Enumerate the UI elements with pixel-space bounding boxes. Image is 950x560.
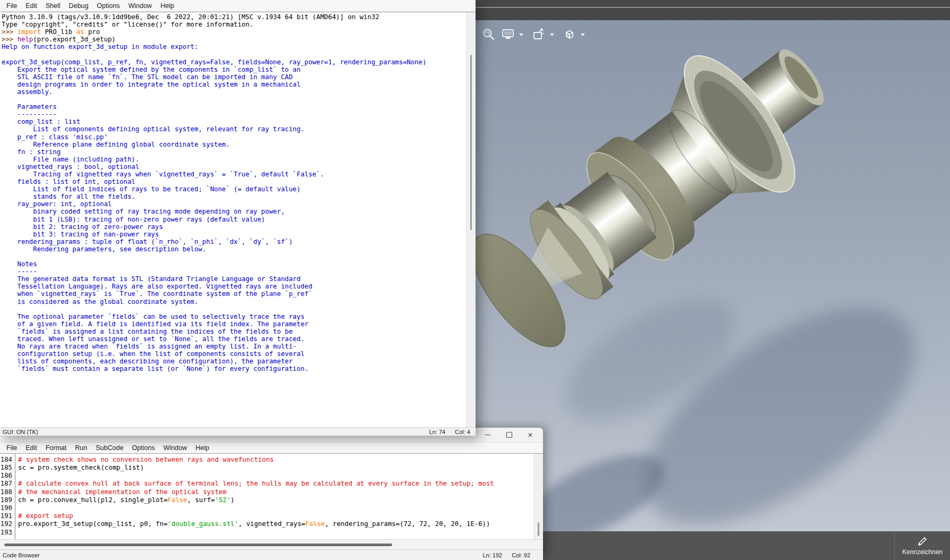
- shell-line: The generated data format is STL (Standa…: [2, 275, 466, 283]
- model-views-dropdown-icon[interactable]: [550, 33, 554, 36]
- line-number: 191: [0, 512, 15, 520]
- shell-line: bit 1 (LSB): tracing of non-zero power r…: [2, 216, 466, 223]
- editor-horizontal-scrollbar[interactable]: [0, 539, 543, 549]
- shell-status-gui: GUI: ON (TK): [0, 429, 38, 435]
- shell-line: File name (including path).: [2, 156, 466, 163]
- shell-menu-edit[interactable]: Edit: [21, 1, 41, 11]
- model-views-icon[interactable]: [531, 27, 547, 43]
- cad-header-row2: [474, 8, 950, 20]
- shell-menu-debug[interactable]: Debug: [65, 1, 93, 11]
- minimize-button[interactable]: [477, 428, 498, 442]
- cad-window: Kennzeichnen: [474, 0, 950, 560]
- 3d-viewport[interactable]: [474, 20, 950, 531]
- shell-line: Notes: [2, 260, 466, 268]
- shell-text-area[interactable]: Python 3.10.9 (tags/v3.10.9:1dd9be6, Dec…: [0, 12, 476, 427]
- render-mode-dropdown-icon[interactable]: [581, 33, 585, 36]
- shell-line: -----: [2, 268, 466, 275]
- scrollbar-thumb[interactable]: [4, 544, 392, 546]
- shell-line: [2, 96, 466, 103]
- editor-line-indicator: Ln: 192: [482, 552, 502, 558]
- default-view-icon[interactable]: [500, 27, 516, 43]
- window-controls: ✕: [477, 428, 541, 442]
- shell-line: Rendering parameters, see description be…: [2, 245, 466, 253]
- shell-line: [2, 50, 466, 58]
- shell-line: No rays are traced when `fields` is assi…: [2, 343, 466, 350]
- 3d-model-render: [474, 20, 950, 531]
- shell-line: Parameters: [2, 103, 466, 111]
- shell-line: List of components defining optical syst…: [2, 125, 466, 133]
- shell-menu-options[interactable]: Options: [92, 1, 124, 11]
- scrollbar-thumb[interactable]: [470, 55, 472, 230]
- render-mode-cube-icon[interactable]: [562, 27, 578, 43]
- shell-line: fields : list of int, optional: [2, 178, 466, 185]
- editor-menu-subcode[interactable]: SubCode: [91, 443, 128, 453]
- shell-line: Help on function export_3d_setup in modu…: [2, 43, 466, 50]
- shell-line: comp_list : list: [2, 118, 466, 125]
- shell-line: >>> import PRO_lib as pro: [2, 28, 466, 36]
- shell-line: export_3d_setup(comp_list, p_ref, fn, vi…: [2, 58, 466, 66]
- annotate-label: Kennzeichnen: [902, 548, 943, 556]
- shell-line: ----------: [2, 111, 466, 118]
- shell-line: binary coded setting of ray tracing mode…: [2, 208, 466, 215]
- code-line: 187# calculate convex hull at back surfa…: [0, 480, 534, 488]
- scrollbar-thumb[interactable]: [538, 522, 539, 536]
- code-line: 189ch = pro.convex_hull(pl2, single_plot…: [0, 496, 534, 504]
- shell-line: Python 3.10.9 (tags/v3.10.9:1dd9be6, Dec…: [2, 13, 466, 21]
- line-number: 190: [0, 504, 15, 512]
- editor-vertical-scrollbar[interactable]: [533, 454, 543, 540]
- shell-menu-help[interactable]: Help: [156, 1, 179, 11]
- shell-line: STL ASCII file of name `fn`. The STL mod…: [2, 73, 466, 81]
- shell-vertical-scrollbar[interactable]: [466, 12, 476, 427]
- shell-line: traced. When left unassigned or set to `…: [2, 335, 466, 343]
- shell-line: `fields` must contain a separate list (o…: [2, 365, 466, 372]
- cad-bottom-bar: Kennzeichnen: [474, 531, 950, 560]
- shell-line: Type "copyright", "credits" or "license(…: [2, 21, 466, 28]
- zoom-tool-icon[interactable]: [481, 27, 497, 43]
- code-line: 190: [0, 504, 534, 512]
- shell-line: rendering_params : tuple of float (`n_rh…: [2, 238, 466, 245]
- code-line: 193: [0, 529, 534, 537]
- editor-menu-run[interactable]: Run: [71, 443, 91, 453]
- maximize-button[interactable]: [498, 428, 520, 442]
- shell-line: vignetted_rays : bool, optional: [2, 163, 466, 171]
- annotate-button[interactable]: Kennzeichnen: [894, 531, 950, 560]
- editor-menu-file[interactable]: File: [2, 443, 21, 453]
- shell-menu-window[interactable]: Window: [124, 1, 156, 11]
- shell-line: p_ref : class 'misc.pp': [2, 133, 466, 141]
- shell-line: Tracing of vignetted rays when `vignette…: [2, 171, 466, 178]
- desktop: Kennzeichnen ✕ FileEditFormatRunSubCodeO…: [0, 0, 950, 560]
- line-number: 185: [0, 464, 15, 472]
- shell-line: The optional parameter `fields` can be u…: [2, 313, 466, 320]
- shell-line: List of field indices of rays to be trac…: [2, 185, 466, 193]
- code-content: 183# ----184# system check shows no conv…: [0, 453, 534, 537]
- shell-line: Tessellation Language). Rays are also ex…: [2, 283, 466, 290]
- editor-menu-format[interactable]: Format: [41, 443, 71, 453]
- editor-menu-help[interactable]: Help: [191, 443, 214, 453]
- line-number: 187: [0, 480, 15, 488]
- code-line: 188# the mechanical implementation of th…: [0, 488, 534, 496]
- editor-menu-window[interactable]: Window: [159, 443, 191, 453]
- editor-text-area[interactable]: 183# ----184# system check shows no conv…: [0, 453, 543, 540]
- line-number: 184: [0, 456, 15, 464]
- shell-line: Reference plane defining global coordina…: [2, 141, 466, 148]
- shell-line: [2, 306, 466, 313]
- shell-line: `fields` is assigned a list containing t…: [2, 328, 466, 335]
- close-button[interactable]: ✕: [520, 428, 541, 442]
- shell-line: >>> help(pro.export_3d_setup): [2, 36, 466, 43]
- editor-menubar: FileEditFormatRunSubCodeOptionsWindowHel…: [0, 443, 543, 453]
- editor-menu-options[interactable]: Options: [128, 443, 159, 453]
- shell-menu-file[interactable]: File: [2, 1, 21, 11]
- shell-line: when `vignetted_rays` is `True`. The coo…: [2, 290, 466, 298]
- shell-line: ray_power: int, optional: [2, 200, 466, 208]
- pencil-icon: [917, 536, 928, 547]
- shell-line: assembly.: [2, 88, 466, 96]
- default-view-dropdown-icon[interactable]: [519, 33, 523, 36]
- shell-menubar: FileEditShellDebugOptionsWindowHelp: [0, 0, 476, 12]
- shell-line: stands for all the fields.: [2, 193, 466, 200]
- shell-content: Python 3.10.9 (tags/v3.10.9:1dd9be6, Dec…: [2, 13, 466, 427]
- shell-menu-shell[interactable]: Shell: [41, 1, 65, 11]
- shell-window: FileEditShellDebugOptionsWindowHelp Pyth…: [0, 0, 476, 436]
- shell-line: Export the optical system defined by the…: [2, 66, 466, 73]
- editor-menu-edit[interactable]: Edit: [21, 443, 41, 453]
- shell-line: of a given field. A field is identified …: [2, 320, 466, 328]
